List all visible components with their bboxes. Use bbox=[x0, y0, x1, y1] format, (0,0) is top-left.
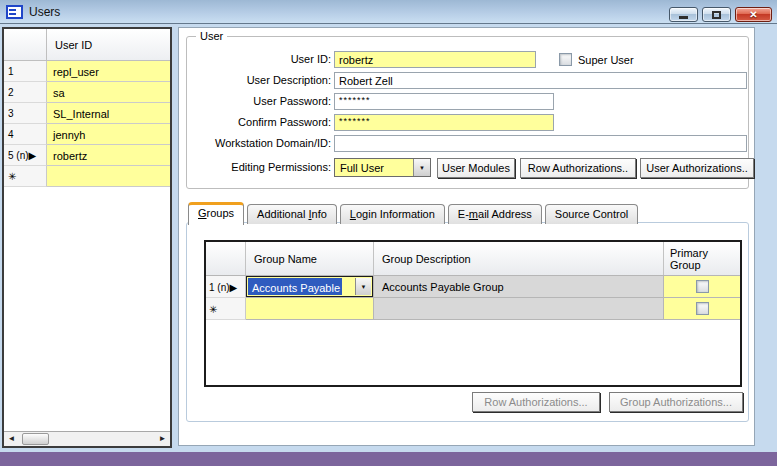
table-row-new: ✳ bbox=[206, 298, 740, 320]
user-description-label: User Description: bbox=[181, 74, 331, 86]
maximize-icon bbox=[712, 11, 721, 19]
detail-panel: User User ID: robertz Super User User De… bbox=[178, 27, 755, 446]
user-id-field[interactable]: robertz bbox=[334, 51, 536, 68]
group-description-column-header: Group Description bbox=[374, 242, 664, 275]
maximize-button[interactable] bbox=[702, 7, 731, 22]
primary-group-column-header: Primary Group bbox=[664, 242, 740, 275]
row-authorizations-button-groups[interactable]: Row Authorizations... bbox=[472, 392, 600, 412]
user-groupbox-label: User bbox=[196, 30, 227, 42]
close-icon: ✕ bbox=[749, 10, 757, 20]
tab-login-information[interactable]: Login Information bbox=[340, 204, 445, 224]
new-row-marker[interactable]: ✳ bbox=[206, 298, 246, 320]
group-description-cell[interactable] bbox=[374, 298, 664, 320]
user-authorizations-button[interactable]: User Authorizations.. bbox=[640, 158, 754, 178]
user-description-field[interactable]: Robert Zell bbox=[334, 72, 747, 89]
window-controls: ✕ bbox=[669, 7, 772, 22]
user-id-cell[interactable]: SL_Internal bbox=[47, 103, 170, 124]
groups-grid: Group Name Group Description Primary Gro… bbox=[204, 240, 742, 387]
user-password-field[interactable]: ******* bbox=[334, 93, 554, 110]
user-password-label: User Password: bbox=[181, 95, 331, 107]
group-name-selected-text: Accounts Payable bbox=[248, 278, 342, 295]
editing-permissions-label: Editing Permissions: bbox=[181, 161, 331, 173]
table-row: 1 repl_user bbox=[4, 61, 170, 82]
table-row: 2 sa bbox=[4, 82, 170, 103]
groups-tab-page: Group Name Group Description Primary Gro… bbox=[186, 222, 749, 422]
row-header[interactable]: 3 bbox=[4, 103, 47, 124]
editing-permissions-dropdown[interactable]: Full User ▼ bbox=[334, 158, 431, 177]
horizontal-scrollbar[interactable]: ◄ ► bbox=[4, 431, 170, 446]
row-header-corner bbox=[206, 242, 246, 275]
primary-group-cell bbox=[664, 298, 740, 320]
scroll-right-icon[interactable]: ► bbox=[155, 432, 170, 446]
status-bar bbox=[0, 452, 777, 466]
tab-strip: Groups Additional Info Login Information… bbox=[188, 201, 638, 224]
table-row-current: 1 (n)▶ Accounts Payable ▼ Accounts Payab… bbox=[206, 276, 740, 298]
minimize-button[interactable] bbox=[669, 7, 698, 22]
new-row-marker[interactable]: ✳ bbox=[4, 166, 47, 187]
primary-group-checkbox[interactable] bbox=[696, 302, 709, 315]
group-authorizations-button[interactable]: Group Authorizations... bbox=[609, 392, 743, 412]
row-header[interactable]: 1 bbox=[4, 61, 47, 82]
row-header-current-marker[interactable]: 1 (n)▶ bbox=[206, 276, 246, 298]
user-id-cell[interactable]: robertz bbox=[47, 145, 170, 166]
super-user-label: Super User bbox=[578, 54, 634, 66]
primary-group-cell bbox=[664, 276, 740, 298]
users-grid: User ID 1 repl_user 2 sa 3 SL_Internal 4… bbox=[2, 27, 172, 448]
user-id-cell[interactable]: sa bbox=[47, 82, 170, 103]
group-description-cell[interactable]: Accounts Payable Group bbox=[374, 276, 664, 298]
confirm-password-label: Confirm Password: bbox=[181, 116, 331, 128]
user-id-cell[interactable] bbox=[47, 166, 170, 187]
scrollbar-thumb[interactable] bbox=[22, 433, 49, 445]
scroll-left-icon[interactable]: ◄ bbox=[4, 432, 19, 446]
confirm-password-field[interactable]: ******* bbox=[334, 114, 554, 131]
row-header[interactable]: 2 bbox=[4, 82, 47, 103]
table-row: 3 SL_Internal bbox=[4, 103, 170, 124]
chevron-down-icon[interactable]: ▼ bbox=[413, 159, 430, 176]
user-id-label: User ID: bbox=[181, 53, 331, 65]
group-name-cell: Accounts Payable ▼ bbox=[246, 276, 374, 298]
users-grid-header: User ID bbox=[4, 29, 170, 61]
table-row-current: 5 (n)▶ robertz bbox=[4, 145, 170, 166]
close-button[interactable]: ✕ bbox=[735, 7, 772, 22]
minimize-icon bbox=[679, 16, 688, 19]
row-header-current-marker[interactable]: 5 (n)▶ bbox=[4, 145, 47, 166]
group-name-cell[interactable] bbox=[246, 298, 374, 320]
user-modules-button[interactable]: User Modules bbox=[437, 158, 515, 178]
users-window: Users ✕ User ID 1 repl_user 2 sa 3 SL_In… bbox=[0, 0, 777, 466]
row-header-corner bbox=[4, 29, 47, 60]
tab-email-address[interactable]: E-mail Address bbox=[448, 204, 542, 224]
group-name-dropdown[interactable]: Accounts Payable ▼ bbox=[246, 276, 373, 297]
user-id-column-header: User ID bbox=[47, 29, 170, 60]
user-id-cell[interactable]: jennyh bbox=[47, 124, 170, 145]
table-row-new: ✳ bbox=[4, 166, 170, 187]
table-row: 4 jennyh bbox=[4, 124, 170, 145]
row-authorizations-button[interactable]: Row Authorizations.. bbox=[520, 158, 636, 178]
primary-group-checkbox[interactable] bbox=[696, 280, 709, 293]
tab-additional-info[interactable]: Additional Info bbox=[247, 204, 337, 224]
chevron-down-icon[interactable]: ▼ bbox=[355, 278, 371, 295]
row-header[interactable]: 4 bbox=[4, 124, 47, 145]
tab-source-control[interactable]: Source Control bbox=[545, 204, 638, 224]
tab-groups[interactable]: Groups bbox=[188, 202, 244, 225]
super-user-checkbox[interactable] bbox=[559, 53, 572, 66]
workstation-domain-label: Workstation Domain/ID: bbox=[181, 137, 331, 149]
groups-grid-header: Group Name Group Description Primary Gro… bbox=[206, 242, 740, 276]
workstation-domain-field[interactable] bbox=[334, 135, 747, 152]
group-name-column-header: Group Name bbox=[246, 242, 374, 275]
title-bar: Users ✕ bbox=[0, 0, 777, 24]
form-icon bbox=[6, 5, 23, 19]
window-title: Users bbox=[29, 5, 60, 19]
user-id-cell[interactable]: repl_user bbox=[47, 61, 170, 82]
